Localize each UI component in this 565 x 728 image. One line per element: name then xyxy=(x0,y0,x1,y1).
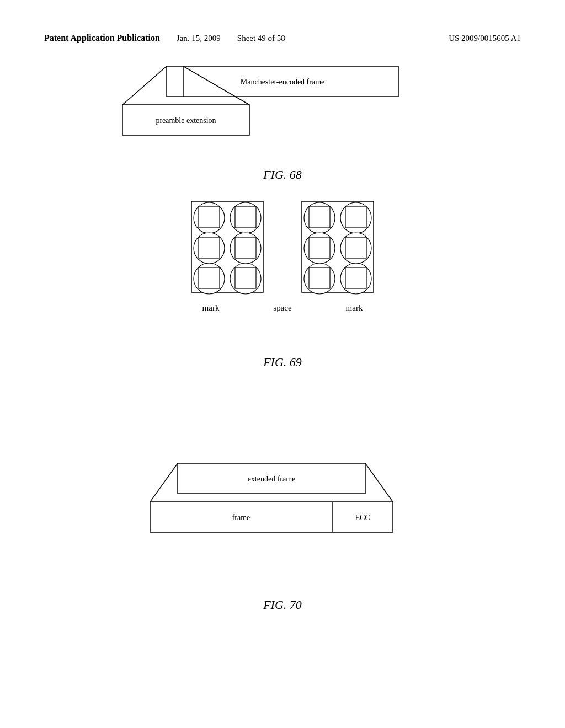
svg-text:Manchester-encoded frame: Manchester-encoded frame xyxy=(241,78,324,86)
fig69-mark1-label: mark xyxy=(172,303,249,313)
svg-rect-19 xyxy=(235,267,256,288)
fig68-svg: Manchester-encoded frame preamble extens… xyxy=(122,66,443,138)
svg-rect-29 xyxy=(309,237,330,258)
fig69-mark2-label: mark xyxy=(316,303,393,313)
svg-line-39 xyxy=(150,463,178,502)
fig69-labels-row: mark space mark xyxy=(44,303,521,313)
page-header: Patent Application Publication Jan. 15, … xyxy=(44,33,521,43)
svg-text:extended frame: extended frame xyxy=(248,475,296,483)
svg-rect-0 xyxy=(167,66,398,97)
fig69-section: mark space mark FIG. 69 xyxy=(44,199,521,375)
fig69-left-svg xyxy=(189,199,266,298)
fig70-caption: FIG. 70 xyxy=(44,598,521,612)
svg-rect-30 xyxy=(345,237,366,258)
svg-rect-2 xyxy=(122,105,249,135)
fig68-diagram: Manchester-encoded frame preamble extens… xyxy=(122,66,443,138)
fig69-right-grid xyxy=(299,199,376,298)
patent-publication-label: Patent Application Publication xyxy=(44,33,160,43)
fig69-diagrams xyxy=(44,199,521,298)
fig69-left-grid xyxy=(189,199,266,298)
publication-date: Jan. 15, 2009 xyxy=(177,34,221,43)
fig70-section: extended frame frame ECC FIG. 70 xyxy=(44,463,521,618)
fig69-right-svg xyxy=(299,199,376,298)
svg-text:preamble extension: preamble extension xyxy=(156,116,216,125)
svg-rect-14 xyxy=(199,207,220,228)
svg-rect-27 xyxy=(309,207,330,228)
svg-line-40 xyxy=(365,463,393,502)
svg-line-4 xyxy=(183,66,249,105)
sheet-info: Sheet 49 of 58 xyxy=(237,34,285,43)
patent-number: US 2009/0015605 A1 xyxy=(449,34,521,43)
svg-rect-15 xyxy=(235,207,256,228)
svg-rect-17 xyxy=(235,237,256,258)
svg-rect-16 xyxy=(199,237,220,258)
svg-rect-31 xyxy=(309,267,330,288)
svg-rect-32 xyxy=(345,267,366,288)
svg-rect-28 xyxy=(345,207,366,228)
fig68-caption: FIG. 68 xyxy=(44,168,521,182)
fig68-section: Manchester-encoded frame preamble extens… xyxy=(44,66,521,188)
fig70-diagram: extended frame frame ECC xyxy=(150,463,415,546)
svg-rect-18 xyxy=(199,267,220,288)
svg-text:ECC: ECC xyxy=(355,513,370,522)
fig69-caption: FIG. 69 xyxy=(44,355,521,370)
fig70-svg: extended frame frame ECC xyxy=(150,463,415,546)
fig69-space-label: space xyxy=(249,303,316,313)
svg-line-3 xyxy=(122,66,167,105)
svg-text:frame: frame xyxy=(232,513,250,522)
